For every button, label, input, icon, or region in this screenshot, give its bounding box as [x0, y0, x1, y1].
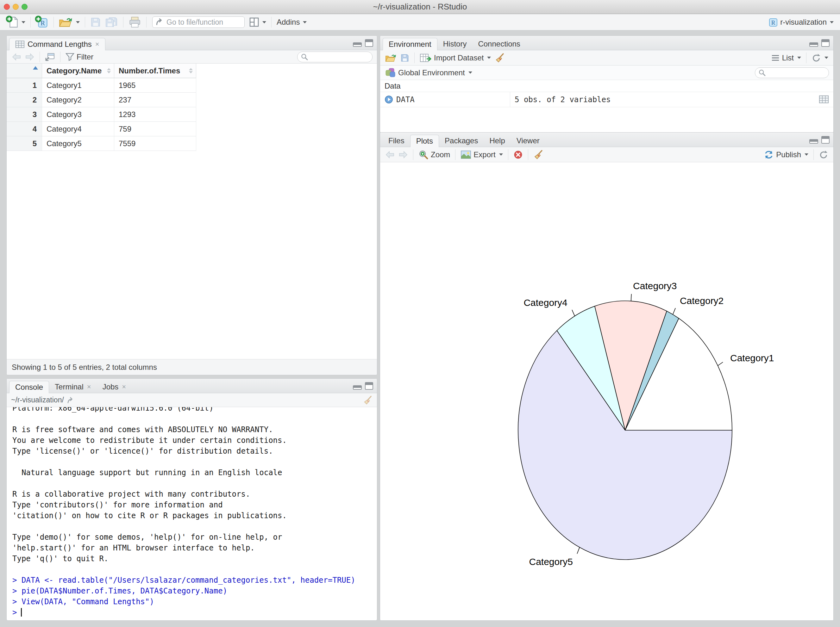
export-plot-button[interactable]: Export: [459, 150, 505, 160]
import-dataset-button[interactable]: Import Dataset: [418, 52, 493, 63]
refresh-environment-button[interactable]: [810, 52, 830, 63]
clear-environment-button[interactable]: [493, 52, 507, 64]
chevron-down-icon: [487, 57, 491, 59]
zoom-plot-button[interactable]: Zoom: [417, 149, 452, 161]
clear-all-plots-button[interactable]: [531, 149, 545, 161]
goto-file-box[interactable]: [152, 16, 245, 28]
view-table-icon[interactable]: [819, 95, 829, 104]
tab-packages[interactable]: Packages: [439, 134, 484, 147]
scope-label: Global Environment: [398, 68, 465, 77]
tab-plots[interactable]: Plots: [410, 135, 439, 147]
environment-scope-button[interactable]: Global Environment: [383, 67, 474, 79]
maximize-pane-icon[interactable]: [365, 382, 373, 390]
go-to-directory-icon[interactable]: [67, 397, 75, 404]
table-header-row: Category.NameNumber.of.Times: [7, 64, 377, 78]
zoom-magnifier-icon: [418, 150, 429, 160]
new-project-icon: [36, 16, 49, 28]
close-tab-icon[interactable]: ×: [95, 40, 99, 49]
close-tab-icon[interactable]: ×: [87, 383, 91, 391]
minimize-window-button[interactable]: [13, 4, 19, 10]
save-button[interactable]: [88, 16, 103, 29]
column-header-Number.of.Times[interactable]: Number.of.Times: [114, 64, 196, 78]
popout-window-icon: [45, 52, 55, 61]
save-icon: [90, 17, 101, 28]
row-number-header[interactable]: [7, 64, 42, 78]
zoom-window-button[interactable]: [22, 4, 28, 10]
pie-label-Category2: Category2: [680, 295, 723, 306]
minimize-pane-icon[interactable]: [809, 43, 818, 47]
tab-jobs[interactable]: Jobs ×: [97, 381, 132, 393]
maximize-pane-icon[interactable]: [821, 39, 829, 47]
tab-terminal[interactable]: Terminal ×: [49, 381, 97, 393]
save-workspace-button[interactable]: [398, 53, 411, 63]
viewer-search-box[interactable]: [297, 52, 373, 62]
toolbar-separator: [30, 17, 31, 28]
load-workspace-button[interactable]: [383, 53, 398, 63]
list-view-button[interactable]: List: [769, 53, 803, 63]
previous-plot-button[interactable]: [383, 150, 396, 159]
goto-arrow-icon: [156, 18, 164, 26]
tab-command-lengths[interactable]: Command Lengths ×: [9, 38, 106, 50]
project-selector-button[interactable]: r-visualization: [766, 16, 835, 28]
maximize-pane-icon[interactable]: [365, 39, 373, 47]
toolbar-separator: [123, 17, 123, 28]
column-header-label: Category.Name: [47, 66, 102, 75]
console-input-line: > DATA <- read.table("/Users/lsalazar/co…: [13, 575, 377, 586]
new-project-button[interactable]: [34, 15, 51, 30]
print-button[interactable]: [126, 15, 143, 29]
pie-label-tick: [631, 294, 632, 301]
close-window-button[interactable]: [4, 4, 10, 10]
delete-x-icon: [513, 150, 523, 159]
pie-chart: Category1Category2Category3Category4Cate…: [380, 162, 833, 621]
forward-button[interactable]: [23, 52, 36, 62]
project-name-label: r-visualization: [780, 18, 827, 27]
viewer-search-input[interactable]: [308, 53, 362, 61]
refresh-plot-button[interactable]: [817, 149, 830, 160]
chevron-down-icon: [805, 153, 808, 156]
console-input-line: > View(DATA, "Command Lengths"): [13, 596, 377, 607]
expand-object-icon[interactable]: [385, 95, 393, 104]
close-tab-icon[interactable]: ×: [122, 383, 126, 391]
tab-environment[interactable]: Environment: [383, 38, 437, 50]
tab-connections[interactable]: Connections: [472, 38, 526, 50]
tab-history[interactable]: History: [437, 38, 472, 50]
environment-search-box[interactable]: [755, 68, 829, 78]
plots-panel: Files Plots Packages Help Viewer Zoom: [380, 132, 834, 621]
environment-search-input[interactable]: [766, 69, 820, 77]
goto-file-input[interactable]: [166, 18, 236, 27]
toolbar-separator: [508, 149, 508, 160]
remove-plot-button[interactable]: [512, 149, 525, 160]
maximize-pane-icon[interactable]: [821, 136, 829, 143]
console-output-line: 'help.start()' for an HTML browser inter…: [13, 542, 377, 553]
back-button[interactable]: [10, 52, 23, 62]
tab-help[interactable]: Help: [484, 134, 510, 147]
tab-label: Packages: [445, 136, 478, 145]
panes-layout-button[interactable]: [247, 16, 268, 28]
console-cursor: [21, 608, 22, 616]
filter-button[interactable]: Filter: [64, 52, 95, 62]
open-file-button[interactable]: [57, 16, 82, 29]
search-icon: [301, 53, 308, 61]
object-name: DATA: [396, 95, 415, 104]
minimize-pane-icon[interactable]: [809, 139, 818, 143]
environment-object-row[interactable]: DATA5 obs. of 2 variables: [380, 92, 833, 107]
minimize-pane-icon[interactable]: [353, 385, 362, 390]
tab-viewer[interactable]: Viewer: [511, 134, 545, 147]
import-dataset-label: Import Dataset: [434, 54, 484, 62]
tab-console[interactable]: Console: [9, 381, 49, 393]
console-output[interactable]: Platform: x86_64-apple-darwin15.6.0 (64-…: [7, 407, 377, 621]
section-label: Data: [385, 82, 401, 90]
next-plot-button[interactable]: [396, 150, 410, 159]
column-header-Category.Name[interactable]: Category.Name: [42, 64, 114, 78]
new-file-icon: [6, 16, 18, 28]
addins-button[interactable]: Addins: [275, 16, 309, 28]
save-all-button[interactable]: [103, 15, 120, 29]
clear-console-broom-icon[interactable]: [363, 395, 373, 405]
open-in-new-window-button[interactable]: [43, 52, 57, 62]
pie-label-tick: [673, 308, 676, 315]
new-file-button[interactable]: [5, 15, 27, 30]
console-output-line: [13, 413, 377, 424]
minimize-pane-icon[interactable]: [353, 43, 362, 47]
tab-files[interactable]: Files: [383, 134, 410, 147]
publish-button[interactable]: Publish: [762, 149, 810, 161]
